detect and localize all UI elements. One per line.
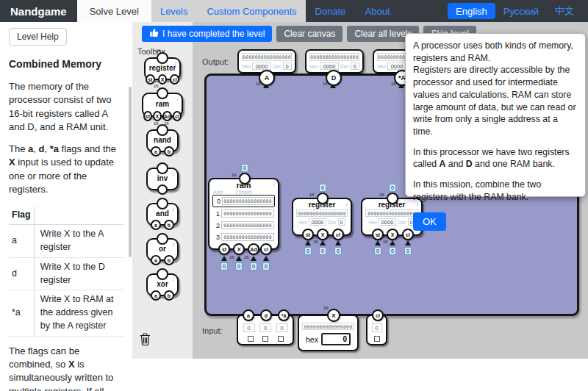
toolbox-component-register[interactable]: 16 i register st X cl [144,57,181,80]
pin-x[interactable]: X [158,74,168,85]
sidebar-scrollbar[interactable] [129,87,132,257]
hex-value[interactable]: 0000 [387,62,406,70]
ram-row-selected[interactable]: 0 0000000000000000 [212,195,275,207]
completed-level-button[interactable]: I have completed the level [142,26,272,42]
canvas-output-pin-a[interactable]: A [259,70,275,86]
level-help-button[interactable]: Level Help [9,28,67,46]
flag-checkbox-a[interactable] [248,336,254,342]
info-icon[interactable]: i [172,205,174,212]
pin-x[interactable]: X [233,243,245,255]
tab-donate[interactable]: Donate [306,0,356,22]
ram-row[interactable]: 2 0000000000000000 [212,220,275,231]
pin-x[interactable]: X [387,229,398,240]
register-component-1[interactable]: 0 16 i register 0000000000000000 Hex 000… [292,198,352,236]
pin-in[interactable] [157,184,168,195]
ram-value[interactable]: 0000000000000000 [222,197,273,205]
pin-b[interactable]: b [164,220,174,230]
input-pin-a[interactable]: a [243,309,254,321]
hex-value[interactable]: 0000 [309,218,326,226]
flag-checkbox-d[interactable] [262,336,268,342]
output-pin[interactable] [157,52,168,64]
lang-russian-link[interactable]: Русский [495,0,547,22]
clear-canvas-button[interactable]: Clear canvas [276,26,343,42]
tab-about[interactable]: About [356,0,400,22]
pin-a[interactable]: a [151,255,161,265]
ram-component[interactable]: 0 16 i ram Addr Content 0 00000000000000… [208,178,279,250]
output-pin[interactable] [157,198,168,209]
pin-a[interactable]: a [151,146,161,157]
hex-input[interactable] [321,333,351,345]
info-icon[interactable]: i [345,200,348,207]
canvas-output-pin-d[interactable]: D [326,70,342,86]
pin-cl[interactable]: cl [332,229,344,240]
output-pin[interactable] [157,87,168,99]
flag-checkbox-star-a[interactable] [278,336,284,342]
input-pin-x[interactable]: X [327,309,340,322]
pin-ad[interactable]: Ad [248,243,259,255]
ram-row[interactable]: 3 0000000000000000 [212,232,275,243]
input-pin-cl[interactable]: cl [372,309,384,321]
pin-x[interactable]: X [153,111,162,121]
pin-st[interactable]: st [302,229,314,240]
hex-value[interactable]: 0000 [379,218,396,226]
pin-ad[interactable]: Ad [162,111,172,121]
pin-st[interactable]: st [372,229,384,240]
pin-a[interactable]: a [151,290,161,301]
dec-value[interactable]: 0 [338,218,345,226]
dec-value[interactable]: 0 [283,62,292,70]
output-pin[interactable] [157,124,168,136]
output-pin[interactable] [157,162,168,174]
toolbox-component-nand[interactable]: i nand a b [146,129,179,152]
info-icon[interactable]: i [172,276,174,283]
register-output-pin[interactable] [387,193,398,204]
lang-english-button[interactable]: English [448,3,495,19]
clock-value[interactable]: 0 [372,323,382,332]
clock-checkbox[interactable] [374,336,380,342]
pin-b[interactable]: b [164,255,174,265]
register-output-pin[interactable] [317,193,329,204]
toolbox-component-and[interactable]: i and a b [146,203,179,226]
pin-cl[interactable]: cl [170,74,179,85]
tab-solve-level[interactable]: Solve Level [77,0,151,22]
info-icon[interactable]: i [172,170,174,177]
ok-button[interactable]: OK [413,212,446,231]
output-pin[interactable] [157,233,168,245]
toolbox-component-or[interactable]: i or a b [146,238,179,261]
ram-row[interactable]: 1 0000000000000000 [212,208,275,219]
pin-st[interactable]: st [218,243,230,255]
info-icon[interactable]: i [172,132,174,139]
flag-value-a[interactable]: 0 [243,323,255,332]
info-icon[interactable]: i [273,180,275,187]
pin-a[interactable]: a [151,220,161,230]
output-pin[interactable] [157,268,168,280]
trash-icon[interactable] [140,333,151,348]
ram-value[interactable]: 0000000000000000 [221,221,274,229]
lang-chinese-link[interactable]: 中文 [547,0,582,22]
flag-value-d[interactable]: 0 [259,323,271,332]
info-icon[interactable]: i [172,240,174,248]
hex-value[interactable]: 0000 [320,62,339,70]
ram-value[interactable]: 0000000000000000 [221,233,274,241]
toolbox-component-xor[interactable]: i xor a b [146,273,179,296]
input-pin-d[interactable]: d [260,309,272,321]
ram-value[interactable]: 0000000000000000 [221,209,274,218]
flag-value-star-a[interactable]: 0 [276,323,288,332]
pin-x[interactable]: X [317,229,329,240]
input-pin-star-a[interactable]: *a [278,309,290,321]
hex-value[interactable]: 0000 [252,62,271,70]
toolbox-component-ram[interactable]: 16 i ram st X Ad cl 16 16 [142,93,183,117]
ram-output-pin[interactable] [239,173,251,184]
toolbox-component-inv[interactable]: i inv [146,168,179,190]
info-icon[interactable]: i [174,60,176,67]
info-icon[interactable]: i [176,95,179,102]
pin-st[interactable]: st [143,111,152,121]
tab-custom-components[interactable]: Custom Components [207,0,296,22]
pin-cl[interactable]: cl [260,243,272,255]
pin-b[interactable]: b [164,290,174,301]
pin-cl[interactable]: cl [173,111,182,121]
tab-levels[interactable]: Levels [160,0,188,22]
pin-b[interactable]: b [164,146,174,157]
pin-cl[interactable]: cl [402,229,414,240]
dec-value[interactable]: 0 [351,62,359,70]
pin-st[interactable]: st [146,74,155,85]
